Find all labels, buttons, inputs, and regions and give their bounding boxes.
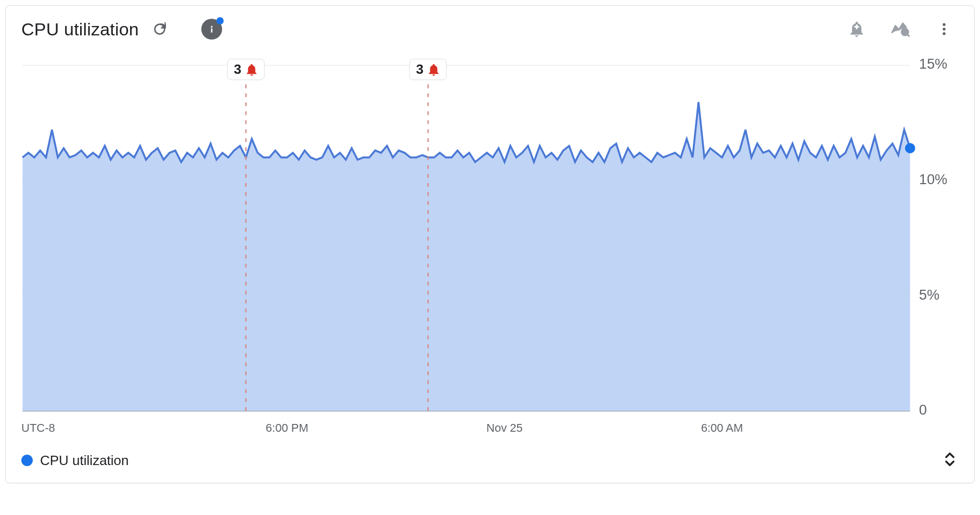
legend-sort-button[interactable] (941, 450, 959, 470)
x-axis-labels: UTC-8 6:00 PMNov 256:00 AM (16, 419, 964, 445)
chart-title: CPU utilization (21, 19, 139, 40)
chart-canvas[interactable]: 05%10%15% 33 (16, 59, 964, 417)
svg-point-2 (901, 29, 908, 35)
svg-rect-1 (211, 28, 213, 32)
legend-color-dot (21, 455, 33, 466)
chart-svg: 05%10%15% (16, 59, 964, 417)
timezone-label: UTC-8 (21, 421, 55, 435)
y-tick-label: 5% (919, 287, 939, 303)
y-tick-label: 10% (919, 171, 947, 187)
legend-item-cpu[interactable]: CPU utilization (21, 453, 129, 469)
info-button[interactable] (201, 19, 222, 40)
svg-point-0 (211, 26, 212, 28)
svg-point-4 (943, 23, 946, 27)
more-vert-icon (936, 21, 952, 37)
add-alert-icon (847, 20, 866, 38)
svg-point-6 (943, 32, 946, 35)
metrics-explorer-icon (891, 19, 910, 39)
svg-line-3 (907, 34, 909, 36)
y-tick-label: 0 (919, 402, 927, 417)
refresh-button[interactable] (148, 18, 171, 41)
chart-card: CPU utilization (5, 5, 975, 483)
chart-header: CPU utilization (6, 6, 974, 43)
x-tick-label: Nov 25 (486, 421, 523, 435)
more-options-button[interactable] (933, 18, 956, 41)
bell-icon (427, 62, 441, 77)
bell-icon (244, 62, 259, 77)
alert-count: 3 (234, 61, 241, 78)
legend-label: CPU utilization (40, 453, 129, 469)
alert-count: 3 (416, 61, 423, 78)
info-badge-dot (216, 17, 224, 24)
svg-point-11 (905, 143, 915, 153)
alert-marker[interactable]: 3 (409, 59, 447, 80)
sort-icon (941, 450, 959, 468)
add-alert-button[interactable] (845, 18, 868, 41)
info-icon (207, 24, 217, 34)
svg-point-5 (943, 28, 946, 31)
x-tick-label: 6:00 AM (701, 421, 743, 435)
chart-body: 05%10%15% 33 UTC-8 6:00 PMNov 256:00 AM (6, 43, 974, 445)
x-tick-label: 6:00 PM (266, 421, 308, 435)
metrics-explorer-button[interactable] (889, 18, 912, 41)
toolbar-right (845, 18, 960, 41)
refresh-icon (151, 21, 168, 37)
alert-marker[interactable]: 3 (227, 59, 264, 80)
legend-row: CPU utilization (6, 445, 974, 483)
y-tick-label: 15% (919, 59, 947, 72)
